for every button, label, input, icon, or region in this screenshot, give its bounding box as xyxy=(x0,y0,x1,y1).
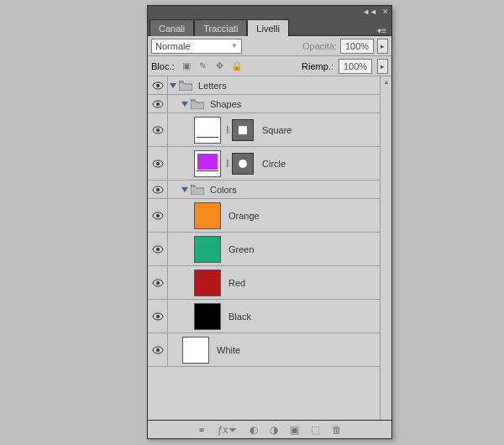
svg-point-4 xyxy=(156,102,160,106)
layer-name: Square xyxy=(262,125,291,135)
layer-name: Shapes xyxy=(210,99,241,109)
disclosure-triangle[interactable] xyxy=(180,100,190,108)
lock-position-icon[interactable]: ✥ xyxy=(213,60,227,73)
layer-thumbnail[interactable] xyxy=(194,236,221,263)
lock-pixels-icon[interactable]: ✎ xyxy=(197,60,210,73)
vector-mask-thumbnail[interactable] xyxy=(232,119,254,141)
layer-name: Black xyxy=(228,312,251,322)
svg-point-9 xyxy=(156,162,160,165)
tab-canali[interactable]: Canali xyxy=(150,19,194,36)
svg-marker-2 xyxy=(170,83,176,88)
layer-thumbnail[interactable] xyxy=(194,202,221,229)
scrollbar[interactable]: ▴ xyxy=(380,76,391,420)
chevron-down-icon: ▼ xyxy=(231,42,238,50)
layer-thumbnail[interactable] xyxy=(194,303,221,330)
layer-group-letters[interactable]: Letters xyxy=(148,76,380,95)
svg-point-7 xyxy=(156,128,160,132)
vector-mask-thumbnail[interactable] xyxy=(232,153,254,175)
folder-icon xyxy=(178,80,193,92)
opacity-stepper[interactable]: ▸ xyxy=(377,39,388,54)
adjustment-layer-icon[interactable]: ◑ xyxy=(270,424,278,436)
blend-mode-select[interactable]: Normale ▼ xyxy=(151,39,242,54)
panel-tabs: Canali Tracciati Livelli ▾≡ xyxy=(148,18,391,36)
close-icon[interactable]: ✕ xyxy=(382,8,389,16)
tab-livelli[interactable]: Livelli xyxy=(247,19,289,36)
disclosure-triangle[interactable] xyxy=(168,81,178,90)
visibility-toggle[interactable] xyxy=(148,181,168,198)
svg-marker-5 xyxy=(181,102,188,107)
disclosure-triangle[interactable] xyxy=(180,186,190,194)
panel-menu-icon[interactable]: ▾≡ xyxy=(372,26,391,35)
layer-white[interactable]: White xyxy=(148,333,380,367)
blend-mode-value: Normale xyxy=(155,41,191,51)
lock-transparent-icon[interactable]: ▣ xyxy=(180,60,193,73)
folder-icon xyxy=(190,98,205,110)
opacity-input[interactable]: 100% xyxy=(340,39,374,54)
visibility-toggle[interactable] xyxy=(148,300,168,332)
layer-name: Letters xyxy=(198,81,227,91)
svg-point-22 xyxy=(156,348,160,352)
visibility-toggle[interactable] xyxy=(148,147,168,180)
layer-red[interactable]: Red xyxy=(148,266,380,300)
fill-thumbnail[interactable] xyxy=(194,117,221,144)
scroll-up-icon[interactable]: ▴ xyxy=(381,76,391,86)
visibility-toggle[interactable] xyxy=(148,76,168,94)
opacity-label: Opacità: xyxy=(302,41,337,51)
layer-green[interactable]: Green xyxy=(148,233,380,266)
fx-icon[interactable]: ƒx⏷ xyxy=(218,424,239,436)
visibility-toggle[interactable] xyxy=(148,333,168,366)
lock-icons: ▣ ✎ ✥ 🔒 xyxy=(180,60,244,73)
svg-point-14 xyxy=(156,214,160,217)
visibility-toggle[interactable] xyxy=(148,266,168,299)
folder-icon xyxy=(190,184,205,196)
collapse-icon[interactable]: ◄◄ xyxy=(362,8,377,16)
svg-point-16 xyxy=(156,248,160,251)
layer-name: Circle xyxy=(262,159,286,169)
layer-thumbnail[interactable] xyxy=(194,270,221,296)
layer-group-colors[interactable]: Colors xyxy=(148,181,380,199)
fill-input[interactable]: 100% xyxy=(339,59,372,74)
layer-actions-bar: ⚭ ƒx⏷ ◐ ◑ ▣ ⬚ 🗑 xyxy=(148,420,391,438)
panel-content: Normale ▼ Opacità: 100% ▸ Bloc.: ▣ ✎ ✥ 🔒… xyxy=(148,36,391,420)
svg-point-20 xyxy=(156,315,160,318)
layer-thumbnail[interactable] xyxy=(182,337,209,364)
new-group-icon[interactable]: ▣ xyxy=(290,424,299,436)
visibility-toggle[interactable] xyxy=(148,199,168,232)
panel-titlebar: ◄◄ ✕ xyxy=(148,6,391,18)
layer-circle[interactable]: 𝄃 Circle xyxy=(148,147,380,181)
lock-all-icon[interactable]: 🔒 xyxy=(230,60,244,73)
layer-group-shapes[interactable]: Shapes xyxy=(148,95,380,113)
lock-fill-row: Bloc.: ▣ ✎ ✥ 🔒 Riemp.: 100% ▸ xyxy=(148,56,391,76)
tab-tracciati[interactable]: Tracciati xyxy=(194,19,247,36)
layer-black[interactable]: Black xyxy=(148,300,380,333)
blend-opacity-row: Normale ▼ Opacità: 100% ▸ xyxy=(148,36,391,56)
fill-stepper[interactable]: ▸ xyxy=(377,59,388,74)
layer-name: White xyxy=(217,345,240,355)
lock-label: Bloc.: xyxy=(151,61,175,71)
visibility-toggle[interactable] xyxy=(148,113,168,146)
svg-point-1 xyxy=(156,84,160,87)
new-layer-icon[interactable]: ⬚ xyxy=(311,424,320,436)
layer-square[interactable]: 𝄃 Square xyxy=(148,113,380,147)
link-icon: 𝄃 xyxy=(223,124,232,136)
svg-point-18 xyxy=(156,281,160,285)
svg-point-11 xyxy=(156,188,160,191)
visibility-toggle[interactable] xyxy=(148,95,168,113)
layers-panel: ◄◄ ✕ Canali Tracciati Livelli ▾≡ Normale… xyxy=(147,5,392,439)
add-mask-icon[interactable]: ◐ xyxy=(249,424,258,436)
visibility-toggle[interactable] xyxy=(148,233,168,265)
layer-name: Green xyxy=(228,244,255,254)
layer-name: Orange xyxy=(228,211,260,221)
svg-marker-12 xyxy=(181,187,188,192)
layer-name: Colors xyxy=(210,185,237,195)
layer-orange[interactable]: Orange xyxy=(148,199,380,233)
link-icon: 𝄃 xyxy=(223,158,232,170)
fill-label: Riemp.: xyxy=(302,61,333,71)
layer-list: Letters Shapes 𝄃 Square xyxy=(148,76,391,420)
layer-name: Red xyxy=(228,278,245,288)
delete-layer-icon[interactable]: 🗑 xyxy=(332,424,342,436)
fill-thumbnail[interactable] xyxy=(194,150,221,177)
link-layers-icon[interactable]: ⚭ xyxy=(197,424,206,436)
